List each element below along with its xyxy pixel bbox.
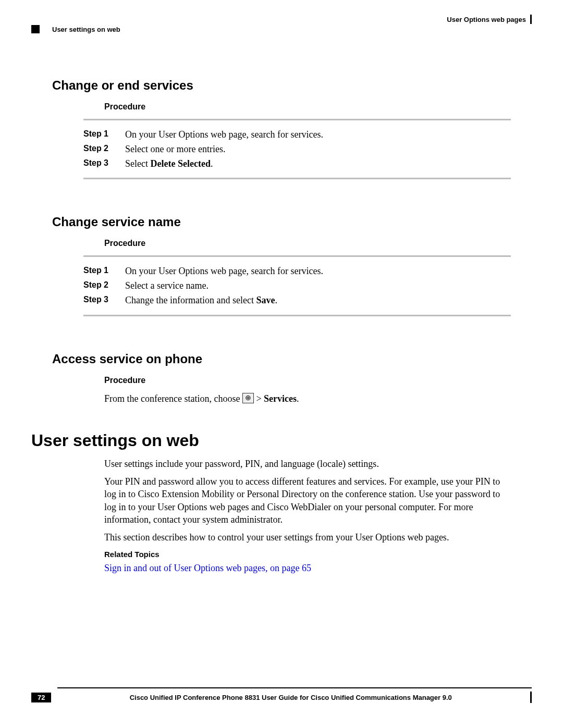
body-text: From the conference station, choose xyxy=(104,393,242,404)
procedure-step: Step 1 On your User Options web page, se… xyxy=(83,128,511,141)
paragraph: User settings include your password, PIN… xyxy=(104,458,511,470)
procedure-label: Procedure xyxy=(104,239,511,248)
header-square-icon xyxy=(31,25,40,33)
procedure-step: Step 2 Select a service name. xyxy=(83,279,511,292)
section-title-change-end-services: Change or end services xyxy=(52,78,511,93)
divider-line xyxy=(83,255,511,257)
step-label: Step 2 xyxy=(83,142,125,156)
paragraph: Your PIN and password allow you to acces… xyxy=(104,475,511,526)
procedure-step: Step 1 On your User Options web page, se… xyxy=(83,264,511,278)
step-text: Select one or more entries. xyxy=(125,142,225,156)
step-text: Select Delete Selected. xyxy=(125,157,213,170)
globe-icon: ⊕ xyxy=(242,393,254,403)
procedure-step: Step 3 Change the information and select… xyxy=(83,293,511,307)
footer-book-title: Cisco Unified IP Conference Phone 8831 U… xyxy=(51,694,530,701)
related-topics-label: Related Topics xyxy=(104,549,511,560)
procedure-label: Procedure xyxy=(104,102,511,112)
divider-line xyxy=(83,315,511,316)
procedure-label: Procedure xyxy=(104,376,511,385)
header-right-text: User Options web pages xyxy=(447,16,526,23)
section-title-change-service-name: Change service name xyxy=(52,215,511,229)
main-body: User settings include your password, PIN… xyxy=(104,458,511,574)
header-left-text: User settings on web xyxy=(52,26,120,33)
step-label: Step 3 xyxy=(83,293,125,307)
header-breadcrumb-left: User settings on web xyxy=(31,25,120,33)
page-header: User Options web pages User settings on … xyxy=(31,15,532,27)
page-number: 72 xyxy=(31,693,51,702)
divider-line xyxy=(83,119,511,120)
footer-bar-icon xyxy=(530,692,532,703)
page-content: Change or end services Procedure Step 1 … xyxy=(52,78,511,574)
procedure-step: Step 3 Select Delete Selected. xyxy=(83,157,511,170)
step-text: Select a service name. xyxy=(125,279,209,292)
step-label: Step 1 xyxy=(83,128,125,141)
page-footer: 72 Cisco Unified IP Conference Phone 883… xyxy=(31,687,532,703)
step-text: Change the information and select Save. xyxy=(125,293,277,307)
step-label: Step 1 xyxy=(83,264,125,278)
paragraph: This section describes how to control yo… xyxy=(104,531,511,544)
header-breadcrumb-right: User Options web pages xyxy=(447,15,532,24)
step-label: Step 2 xyxy=(83,279,125,292)
procedure-step: Step 2 Select one or more entries. xyxy=(83,142,511,156)
section-title-access-service-on-phone: Access service on phone xyxy=(52,352,511,366)
main-title-user-settings-on-web: User settings on web xyxy=(31,431,511,450)
procedure-body: From the conference station, choose ⊕ > … xyxy=(104,392,511,405)
divider-line xyxy=(83,178,511,179)
body-bold: Services xyxy=(264,393,297,404)
step-text: On your User Options web page, search fo… xyxy=(125,264,323,278)
body-text: . xyxy=(297,393,299,404)
step-label: Step 3 xyxy=(83,157,125,170)
related-topic-link[interactable]: Sign in and out of User Options web page… xyxy=(104,563,311,573)
footer-rule xyxy=(57,687,532,688)
step-text: On your User Options web page, search fo… xyxy=(125,128,323,141)
header-right-bar-icon xyxy=(530,15,532,24)
body-text: > xyxy=(254,393,264,404)
